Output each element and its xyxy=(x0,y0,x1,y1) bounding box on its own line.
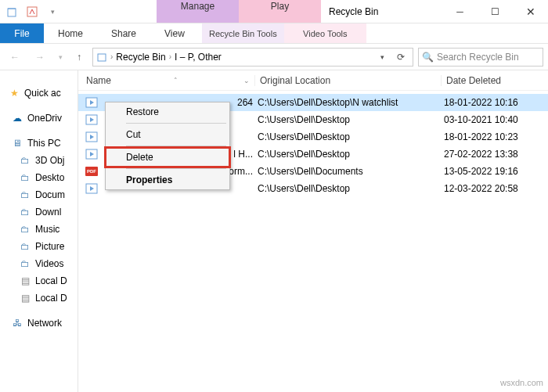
explorer-body: ★ Quick ac ☁ OneDriv 🖥 This PC 🗀3D Obj 🗀… xyxy=(0,70,548,392)
tree-local-disk-2[interactable]: ▤Local D xyxy=(0,290,78,307)
home-tab[interactable]: Home xyxy=(44,23,97,43)
history-dropdown-icon[interactable]: ▾ xyxy=(55,47,66,67)
star-icon: ★ xyxy=(8,87,20,99)
quick-access-node[interactable]: ★ Quick ac xyxy=(0,85,78,102)
folder-icon: 🗀 xyxy=(19,223,31,236)
refresh-button[interactable]: ⟳ xyxy=(392,49,409,66)
tree-documents[interactable]: 🗀Docum xyxy=(0,186,78,203)
video-file-icon xyxy=(85,148,99,160)
window-title: Recycle Bin xyxy=(329,6,378,17)
up-button[interactable]: ↑ xyxy=(70,49,88,66)
file-original-location: C:\Users\Dell\Desktop xyxy=(253,149,439,160)
file-date-deleted: 03-10-2021 10:40 xyxy=(439,114,548,125)
tree-videos[interactable]: 🗀Videos xyxy=(0,255,78,272)
menu-separator xyxy=(126,146,226,146)
share-tab[interactable]: Share xyxy=(97,23,150,43)
svg-rect-2 xyxy=(98,54,106,61)
maximize-button[interactable]: ☐ xyxy=(478,0,513,23)
watermark: wsxdn.com xyxy=(500,378,543,387)
breadcrumb-sub[interactable]: I – P, Other xyxy=(175,52,222,63)
network-node[interactable]: 🖧Network xyxy=(0,315,78,332)
address-dropdown-icon[interactable]: ▾ xyxy=(373,49,391,66)
address-bar[interactable]: › Recycle Bin › I – P, Other ▾ ⟳ xyxy=(92,48,413,67)
tree-pictures[interactable]: 🗀Picture xyxy=(0,238,78,255)
pc-icon: 🖥 xyxy=(11,137,23,149)
navigation-pane[interactable]: ★ Quick ac ☁ OneDriv 🖥 This PC 🗀3D Obj 🗀… xyxy=(0,70,78,392)
tree-label: Music xyxy=(35,224,59,235)
context-delete[interactable]: Delete xyxy=(106,148,229,167)
breadcrumb-root[interactable]: Recycle Bin xyxy=(116,52,165,63)
tree-3d-objects[interactable]: 🗀3D Obj xyxy=(0,152,78,169)
tree-desktop[interactable]: 🗀Deskto xyxy=(0,169,78,186)
video-file-icon xyxy=(85,131,99,143)
folder-icon: 🗀 xyxy=(19,257,31,270)
folder-icon: 🗀 xyxy=(19,206,31,218)
video-tools-tab[interactable]: Video Tools xyxy=(284,23,366,43)
manage-context-tab[interactable]: Manage xyxy=(157,0,239,23)
search-box[interactable]: 🔍 Search Recycle Bin xyxy=(418,48,543,67)
tree-label: OneDriv xyxy=(27,113,62,124)
file-original-location: C:\Users\Dell\Desktop xyxy=(253,131,439,142)
recycle-bin-crumb-icon xyxy=(96,52,107,63)
tree-label: Network xyxy=(27,318,62,329)
contextual-tabs: Manage Play xyxy=(157,0,321,23)
hdd-icon: ▤ xyxy=(19,292,31,304)
navigation-bar: ← → ▾ ↑ › Recycle Bin › I – P, Other ▾ ⟳… xyxy=(0,44,548,70)
column-original-location[interactable]: Original Location xyxy=(254,75,441,86)
folder-icon: 🗀 xyxy=(19,154,31,167)
tree-downloads[interactable]: 🗀Downl xyxy=(0,203,78,221)
back-button[interactable]: ← xyxy=(5,47,25,67)
file-date-deleted: 13-05-2022 19:16 xyxy=(439,166,548,177)
tree-label: Local D xyxy=(35,275,67,286)
context-cut[interactable]: Cut xyxy=(106,125,229,144)
column-name[interactable]: Name ˄ ⌄ xyxy=(78,75,254,86)
file-original-location: C:\Users\Dell\Documents xyxy=(253,166,439,177)
recycle-bin-icon xyxy=(3,3,20,20)
chevron-right-icon[interactable]: › xyxy=(169,52,171,61)
window-controls: ─ ☐ ✕ xyxy=(442,0,548,23)
tree-label: Downl xyxy=(35,207,61,218)
onedrive-node[interactable]: ☁ OneDriv xyxy=(0,110,78,127)
hdd-icon: ▤ xyxy=(19,275,31,287)
svg-rect-1 xyxy=(27,7,37,16)
context-restore[interactable]: Restore xyxy=(106,102,229,121)
cloud-icon: ☁ xyxy=(11,112,23,124)
search-icon: 🔍 xyxy=(422,52,434,63)
video-file-icon xyxy=(85,113,99,126)
view-tab[interactable]: View xyxy=(150,23,199,43)
col-name-label: Name xyxy=(86,75,111,86)
qat-dropdown-icon[interactable]: ▾ xyxy=(44,3,61,20)
context-properties[interactable]: Properties xyxy=(106,171,229,189)
properties-qat-icon[interactable] xyxy=(23,3,41,20)
tree-label: 3D Obj xyxy=(35,155,64,166)
tree-label: Deskto xyxy=(35,172,64,183)
quick-access-toolbar: ▾ xyxy=(0,0,64,23)
file-tab[interactable]: File xyxy=(0,23,44,43)
tree-music[interactable]: 🗀Music xyxy=(0,221,78,238)
column-date-deleted[interactable]: Date Deleted xyxy=(441,75,548,86)
folder-icon: 🗀 xyxy=(19,189,31,201)
video-file-icon xyxy=(85,96,99,109)
column-dropdown-icon[interactable]: ⌄ xyxy=(243,77,250,85)
this-pc-node[interactable]: 🖥 This PC xyxy=(0,135,78,152)
menu-separator xyxy=(126,123,226,124)
pdf-file-icon: PDF xyxy=(85,165,99,178)
forward-button[interactable]: → xyxy=(30,47,50,67)
minimize-button[interactable]: ─ xyxy=(442,0,478,23)
context-menu: Restore Cut Delete Properties xyxy=(105,102,230,190)
file-date-deleted: 12-03-2022 20:58 xyxy=(439,183,548,194)
tree-label: Local D xyxy=(35,293,67,304)
video-file-icon xyxy=(85,182,99,195)
tree-label: Picture xyxy=(35,241,64,252)
title-bar: ▾ Manage Play Recycle Bin ─ ☐ ✕ xyxy=(0,0,548,23)
recycle-bin-tools-tab[interactable]: Recycle Bin Tools xyxy=(202,23,284,43)
column-headers: Name ˄ ⌄ Original Location Date Deleted xyxy=(78,70,548,91)
tree-local-disk-1[interactable]: ▤Local D xyxy=(0,272,78,290)
chevron-right-icon[interactable]: › xyxy=(110,52,113,61)
tree-label: Videos xyxy=(35,258,63,269)
search-placeholder: Search Recycle Bin xyxy=(437,52,519,63)
svg-rect-0 xyxy=(8,9,16,16)
close-button[interactable]: ✕ xyxy=(513,0,548,23)
play-context-tab[interactable]: Play xyxy=(239,0,321,23)
file-date-deleted: 18-01-2022 10:16 xyxy=(439,97,548,108)
